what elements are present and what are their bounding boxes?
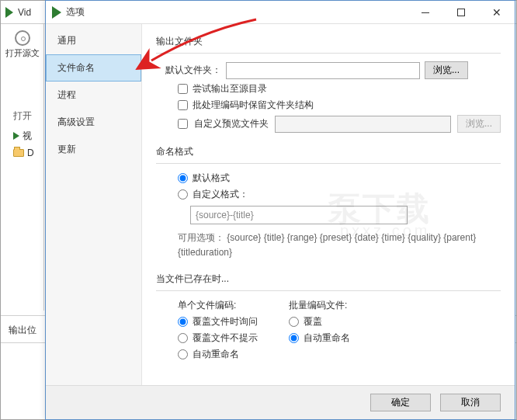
nav-update[interactable]: 更新 <box>46 136 141 163</box>
browse-preview-button[interactable]: 浏览... <box>457 115 501 133</box>
parent-recent-panel: 打开 视 D <box>13 109 34 161</box>
available-tokens: 可用选项： {source} {title} {range} {preset} … <box>178 231 501 260</box>
recent-video-label: 视 <box>23 130 32 143</box>
disc-icon <box>15 30 30 46</box>
section-output-folder: 输出文件夹 <box>156 35 501 48</box>
close-icon: ✕ <box>492 7 501 18</box>
format-pattern-input[interactable]: {source}-{title} <box>190 206 408 224</box>
options-dialog: 选项 ✕ 通用 文件命名 进程 高级设置 更新 泵下载 pxxz.com 输出文… <box>45 0 515 420</box>
default-format-radio[interactable] <box>178 173 188 183</box>
custom-preview-checkbox[interactable] <box>178 119 188 129</box>
recent-dvd-item[interactable]: D <box>13 144 34 161</box>
nav-sidebar: 通用 文件命名 进程 高级设置 更新 <box>46 24 142 385</box>
dialog-icon <box>52 6 61 19</box>
recent-video-item[interactable]: 视 <box>13 127 34 144</box>
dialog-title: 选项 <box>66 5 85 19</box>
separator <box>156 290 501 291</box>
default-folder-label: 默认文件夹： <box>165 64 221 77</box>
open-source-button[interactable]: 打开源文 <box>1 27 43 61</box>
single-autorename-label: 自动重命名 <box>193 348 239 361</box>
single-header: 单个文件编码: <box>178 299 258 312</box>
browse-default-button[interactable]: 浏览... <box>425 61 468 79</box>
single-overwrite-ask-label: 覆盖文件时询问 <box>193 315 258 328</box>
custom-preview-label: 自定义预览文件夹 <box>194 117 269 130</box>
dialog-titlebar: 选项 ✕ <box>46 1 515 24</box>
folder-icon <box>13 149 24 157</box>
default-folder-row: 默认文件夹： 浏览... <box>165 61 501 79</box>
preview-folder-input[interactable] <box>275 116 451 133</box>
batch-structure-checkbox[interactable] <box>178 100 188 110</box>
minimize-button[interactable] <box>408 1 443 24</box>
batch-file-column: 批量编码文件: 覆盖 自动重命名 <box>289 299 350 364</box>
open-source-label: 打开源文 <box>5 47 40 59</box>
parent-sidebar: 打开源文 <box>1 24 44 311</box>
nav-general[interactable]: 通用 <box>46 27 141 54</box>
try-source-label: 尝试输出至源目录 <box>193 82 267 95</box>
batch-autorename-label: 自动重命名 <box>304 331 350 345</box>
single-overwrite-noask-label: 覆盖文件不提示 <box>193 331 258 345</box>
default-folder-input[interactable] <box>226 62 420 79</box>
single-file-column: 单个文件编码: 覆盖文件时询问 覆盖文件不提示 自动重命名 <box>178 299 258 364</box>
custom-format-label: 自定义格式： <box>193 188 248 201</box>
batch-autorename-radio[interactable] <box>289 333 299 343</box>
minimize-icon <box>422 12 429 13</box>
maximize-button[interactable] <box>443 1 479 24</box>
dialog-footer: 确定 取消 <box>46 385 515 419</box>
single-autorename-radio[interactable] <box>178 349 188 359</box>
app-icon <box>5 7 13 18</box>
file-exists-columns: 单个文件编码: 覆盖文件时询问 覆盖文件不提示 自动重命名 批量编码文件: 覆盖… <box>178 299 501 364</box>
ok-button[interactable]: 确定 <box>370 394 431 411</box>
nav-advanced[interactable]: 高级设置 <box>46 109 141 136</box>
close-button[interactable]: ✕ <box>479 1 515 24</box>
batch-overwrite-label: 覆盖 <box>304 315 322 328</box>
separator <box>156 53 501 54</box>
content-panel: 泵下载 pxxz.com 输出文件夹 默认文件夹： 浏览... 尝试输出至源目录… <box>142 24 515 385</box>
section-naming: 命名格式 <box>156 145 501 158</box>
batch-structure-label: 批处理编码时保留文件夹结构 <box>193 99 314 112</box>
parent-title: Vid <box>18 7 31 18</box>
parent-output-label: 输出位 <box>9 324 36 337</box>
batch-header: 批量编码文件: <box>289 299 350 312</box>
play-icon <box>13 132 19 140</box>
nav-process[interactable]: 进程 <box>46 82 141 109</box>
cancel-button[interactable]: 取消 <box>440 394 501 411</box>
section-file-exists: 当文件已存在时... <box>156 272 501 286</box>
separator <box>156 163 501 164</box>
custom-format-radio[interactable] <box>178 189 188 200</box>
batch-overwrite-radio[interactable] <box>289 317 299 327</box>
nav-file-naming[interactable]: 文件命名 <box>46 54 141 82</box>
recent-dvd-label: D <box>27 148 34 158</box>
single-overwrite-noask-radio[interactable] <box>178 333 188 343</box>
maximize-icon <box>457 9 465 16</box>
recent-header: 打开 <box>13 109 34 123</box>
default-format-label: 默认格式 <box>193 172 230 185</box>
single-overwrite-ask-radio[interactable] <box>178 317 188 327</box>
try-source-checkbox[interactable] <box>178 84 188 94</box>
